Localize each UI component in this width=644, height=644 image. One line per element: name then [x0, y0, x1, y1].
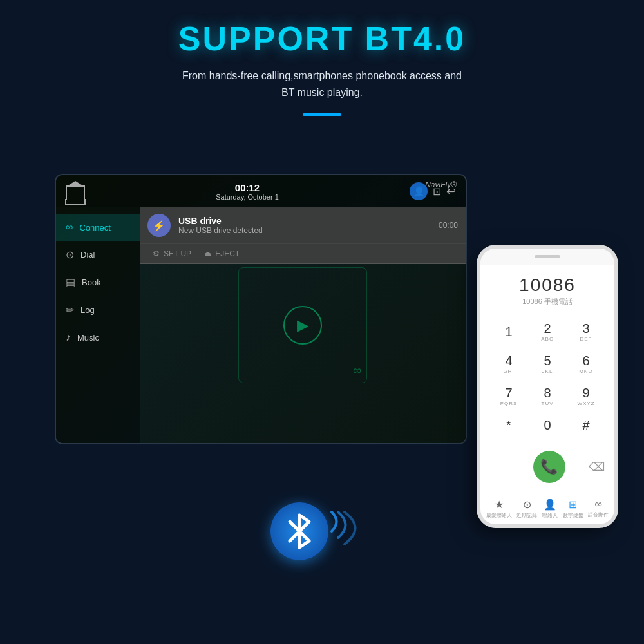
sidebar-item-connect[interactable]: ∞ Connect	[56, 214, 140, 241]
phone-top-bar	[480, 249, 614, 265]
connect-icon: ∞	[66, 222, 73, 233]
sidebar-item-log[interactable]: ✏ Log	[56, 296, 140, 324]
delete-button[interactable]: ⌫	[589, 460, 605, 474]
status-center: 00:12 Saturday, October 1	[216, 182, 279, 201]
voicemail-icon: ∞	[594, 498, 601, 510]
play-button[interactable]: ▶	[283, 306, 322, 345]
sidebar-label-dial: Dial	[80, 250, 95, 260]
key-3[interactable]: 3 DEF	[567, 316, 605, 347]
setup-label: SET UP	[164, 249, 191, 258]
sidebar-item-dial[interactable]: ⊙ Dial	[56, 241, 140, 269]
page-title: SUPPORT BT4.0	[13, 19, 631, 58]
status-date: Saturday, October 1	[216, 193, 279, 201]
nav-favorites[interactable]: ★ 最愛聯絡人	[486, 498, 512, 519]
usb-title: USB drive	[178, 216, 431, 226]
nav-contacts[interactable]: 👤 聯絡人	[542, 498, 558, 519]
bluetooth-symbol	[283, 512, 316, 551]
key-6[interactable]: 6 MNO	[567, 348, 605, 379]
phone-number-display: 10086 10086 手機電話	[480, 265, 614, 310]
head-unit: 00:12 Saturday, October 1 👤 ⊡ ↩ ∞ Connec…	[56, 175, 466, 443]
car-screen: NaviFly® 00:12 Saturday, October 1 👤 ⊡ ↩…	[55, 174, 467, 444]
phone-keypad: 1 2 ABC 3 DEF 4 GHI 5 JKL 6 MNO	[480, 310, 614, 444]
music-icon: ♪	[66, 332, 71, 343]
bluetooth-section	[270, 502, 328, 560]
notification-actions: ⚙ SET UP ⏏ EJECT	[140, 244, 466, 263]
music-player: ▶ ∞	[238, 267, 367, 383]
sidebar-item-book[interactable]: ▤ Book	[56, 269, 140, 296]
contacts-icon: 👤	[544, 498, 556, 511]
log-icon: ✏	[66, 304, 74, 316]
nav-keypad[interactable]: ⊞ 數字鍵盤	[563, 498, 583, 519]
brand-label: NaviFly®	[425, 180, 457, 189]
key-9[interactable]: 9 WXYZ	[567, 381, 605, 412]
key-star[interactable]: *	[490, 413, 527, 438]
key-2[interactable]: 2 ABC	[529, 316, 566, 347]
usb-text: USB drive New USB drive detected	[178, 216, 431, 235]
key-4[interactable]: 4 GHI	[490, 348, 527, 379]
key-8[interactable]: 8 TUV	[529, 381, 566, 412]
nav-voicemail[interactable]: ∞ 語音郵件	[588, 498, 609, 519]
status-bar: 00:12 Saturday, October 1 👤 ⊡ ↩	[56, 175, 466, 207]
phone-number: 10086	[487, 275, 608, 296]
nav-recent[interactable]: ⊙ 近期記錄	[516, 498, 537, 519]
phone-number-sub: 10086 手機電話	[487, 297, 608, 307]
favorites-icon: ★	[495, 498, 504, 511]
call-button[interactable]: 📞	[533, 451, 565, 483]
usb-icon: ⚡	[147, 214, 171, 237]
phone-mockup: 10086 10086 手機電話 1 2 ABC 3 DEF 4 GHI 5	[477, 245, 618, 528]
usb-notification-body: ⚡ USB drive New USB drive detected 00:00	[140, 207, 466, 244]
phone-bottom-bar: 📞 ⌫	[480, 444, 614, 493]
sidebar-label-connect: Connect	[79, 223, 110, 232]
dial-icon: ⊙	[66, 249, 74, 261]
eject-button[interactable]: ⏏ EJECT	[204, 249, 240, 258]
home-icon[interactable]	[66, 185, 85, 200]
key-0[interactable]: 0	[529, 413, 566, 438]
key-1[interactable]: 1	[490, 316, 527, 347]
phone-screen: 10086 10086 手機電話 1 2 ABC 3 DEF 4 GHI 5	[480, 249, 614, 524]
keypad-nav-icon: ⊞	[569, 498, 577, 511]
top-section: SUPPORT BT4.0 From hands-free calling,sm…	[0, 0, 644, 145]
book-icon: ▤	[66, 276, 75, 289]
phone-bottom-nav: ★ 最愛聯絡人 ⊙ 近期記錄 👤 聯絡人 ⊞ 數字鍵盤 ∞ 語音郵件	[480, 493, 614, 524]
usb-subtitle: New USB drive detected	[178, 226, 431, 235]
eject-icon: ⏏	[204, 249, 211, 258]
setup-button[interactable]: ⚙ SET UP	[153, 249, 191, 258]
bt-waves	[328, 509, 361, 554]
page-subtitle: From hands-free calling,smartphones phon…	[13, 68, 631, 100]
bt-waves-svg	[328, 509, 361, 554]
phone-speaker	[535, 255, 560, 258]
usb-time: 00:00	[439, 221, 458, 230]
usb-notification: ⚡ USB drive New USB drive detected 00:00…	[140, 207, 466, 264]
bluetooth-icon	[270, 502, 328, 560]
sidebar: ∞ Connect ⊙ Dial ▤ Book ✏ Log ♪ Music	[56, 207, 140, 443]
key-5[interactable]: 5 JKL	[529, 348, 566, 379]
sidebar-label-log: Log	[80, 305, 95, 315]
status-time: 00:12	[216, 182, 279, 193]
sidebar-label-book: Book	[82, 278, 101, 287]
sidebar-label-music: Music	[77, 333, 99, 343]
glasses-icon: ∞	[353, 364, 361, 377]
eject-label: EJECT	[215, 249, 240, 258]
setup-icon: ⚙	[153, 249, 160, 258]
key-7[interactable]: 7 PQRS	[490, 381, 527, 412]
sidebar-item-music[interactable]: ♪ Music	[56, 324, 140, 351]
divider	[303, 113, 341, 116]
recent-icon: ⊙	[523, 498, 531, 511]
key-hash[interactable]: #	[567, 413, 605, 438]
